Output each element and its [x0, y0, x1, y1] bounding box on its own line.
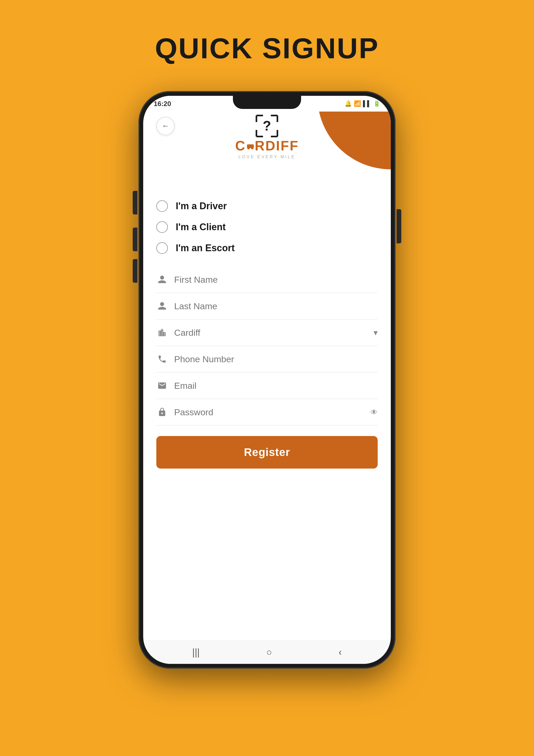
svg-point-11 [251, 147, 253, 149]
phone-screen: 16:20 🔔 📶 ▌▌ 🔋 ← [143, 96, 391, 664]
city-field-row: ▾ [156, 319, 378, 346]
first-name-field-row [156, 266, 378, 293]
password-field-row: 👁 [156, 399, 378, 425]
phone-input[interactable] [174, 354, 378, 364]
radio-driver[interactable]: I'm a Driver [156, 196, 378, 217]
svg-text:?: ? [263, 118, 271, 133]
radio-circle-client [156, 221, 168, 233]
person-icon-2 [156, 300, 168, 312]
back-button[interactable]: ← [156, 117, 175, 135]
dropdown-arrow-icon[interactable]: ▾ [373, 328, 378, 338]
logo-subtitle: LOVE EVERY MILE [239, 155, 295, 159]
screen-header: ← ? C [143, 112, 391, 190]
lock-icon [156, 406, 168, 418]
radio-client[interactable]: I'm a Client [156, 217, 378, 237]
signup-form: ▾ [156, 266, 378, 425]
radio-label-escort: I'm an Escort [176, 243, 235, 254]
person-icon [156, 274, 168, 285]
phone-frame: 16:20 🔔 📶 ▌▌ 🔋 ← [139, 91, 395, 669]
city-icon [156, 327, 168, 338]
phone-icon [156, 353, 168, 365]
bottom-nav: ||| ○ ‹ [143, 640, 391, 664]
nav-home-icon[interactable]: ○ [266, 647, 272, 658]
email-icon [156, 380, 168, 392]
notification-icon: 🔔 [344, 100, 352, 107]
logo-mark-icon: ? [255, 114, 279, 138]
first-name-input[interactable] [174, 275, 378, 285]
user-type-radio-group: I'm a Driver I'm a Client I'm an Escort [156, 196, 378, 258]
password-input[interactable] [174, 407, 364, 418]
email-field-row [156, 372, 378, 399]
status-icons: 🔔 📶 ▌▌ 🔋 [344, 100, 380, 107]
password-visibility-toggle[interactable]: 👁 [370, 408, 378, 417]
email-input[interactable] [174, 381, 378, 391]
last-name-input[interactable] [174, 301, 378, 311]
register-button[interactable]: Register [156, 436, 378, 469]
nav-back-icon[interactable]: ‹ [339, 647, 342, 658]
city-input[interactable] [174, 328, 367, 338]
radio-label-driver: I'm a Driver [176, 201, 227, 212]
back-arrow-icon: ← [162, 122, 169, 130]
logo-text: C [235, 138, 246, 153]
radio-label-client: I'm a Client [176, 222, 226, 232]
phone-field-row [156, 346, 378, 372]
status-time: 16:20 [154, 100, 171, 108]
radio-escort[interactable]: I'm an Escort [156, 237, 378, 258]
radio-circle-escort [156, 242, 168, 254]
nav-menu-icon[interactable]: ||| [192, 647, 200, 658]
battery-icon: 🔋 [373, 100, 380, 107]
svg-point-10 [247, 147, 250, 149]
phone-notch [233, 96, 301, 109]
logo-text-rest: RDIFF [255, 138, 299, 153]
signal-icon: ▌▌ [363, 100, 371, 107]
wifi-icon: 📶 [354, 100, 361, 107]
last-name-field-row [156, 293, 378, 319]
logo-area: ? C RDIFF LOVE EVERY MILE [235, 114, 299, 159]
page-title: QUICK SIGNUP [155, 32, 379, 65]
radio-circle-driver [156, 200, 168, 212]
screen-content: I'm a Driver I'm a Client I'm an Escort [143, 190, 391, 640]
car-logo-icon [246, 139, 254, 152]
